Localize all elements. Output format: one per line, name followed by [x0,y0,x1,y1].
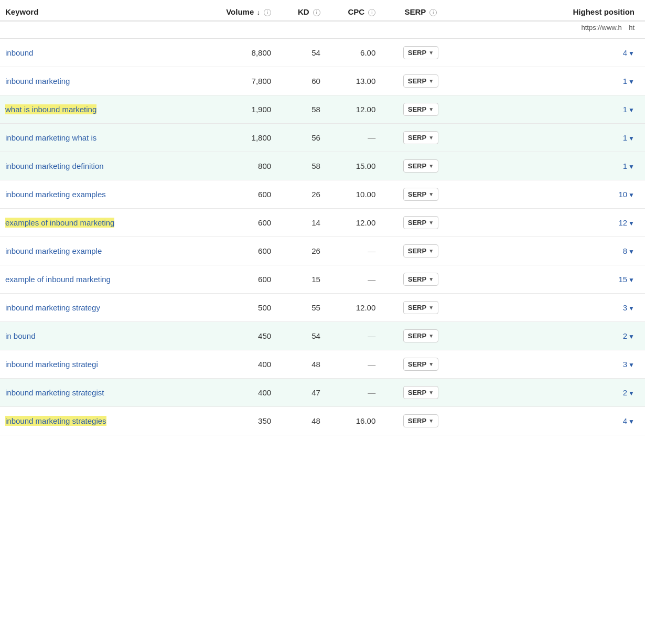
position-value: 3 [623,360,627,369]
table-row: inbound8,800546.00SERP ▼4▼ [0,39,645,67]
table-row: inbound marketing7,8006013.00SERP ▼1▼ [0,67,645,95]
position-value: 2 [623,388,627,397]
keyword-link[interactable]: inbound marketing [5,77,70,85]
keyword-link[interactable]: in bound [5,331,36,340]
position-arrow-icon: ▼ [628,220,635,227]
volume-cell: 350 [197,407,276,435]
position-arrow-icon: ▼ [628,78,635,85]
keyword-header: Keyword [0,0,197,21]
position-cell: 3▼ [461,294,645,322]
cpc-cell: — [326,124,381,152]
position-value: 1 [623,105,627,114]
volume-header[interactable]: Volume ↓ i [197,0,276,21]
position-value: 4 [623,416,627,425]
keyword-link[interactable]: example of inbound marketing [5,275,111,284]
cpc-cell: 12.00 [326,209,381,237]
serp-button[interactable]: SERP ▼ [403,273,438,286]
kd-cell: 47 [276,379,326,407]
serp-button[interactable]: SERP ▼ [403,358,438,371]
serp-header-label: SERP [405,7,426,16]
serp-button[interactable]: SERP ▼ [403,74,438,88]
serp-dropdown-arrow-icon: ▼ [428,305,434,310]
serp-btn-label: SERP [408,219,426,227]
volume-cell: 1,800 [197,124,276,152]
position-cell: 2▼ [461,379,645,407]
serp-button[interactable]: SERP ▼ [403,131,438,144]
position-cell: 3▼ [461,350,645,379]
position-cell: 8▼ [461,237,645,265]
serp-dropdown-arrow-icon: ▼ [428,248,434,254]
position-cell: 2▼ [461,322,645,350]
kd-cell: 60 [276,67,326,95]
serp-cell: SERP ▼ [381,379,460,407]
cpc-info-icon[interactable]: i [368,9,375,16]
serp-cell: SERP ▼ [381,39,460,67]
volume-cell: 7,800 [197,67,276,95]
serp-header[interactable]: SERP i [381,0,460,21]
volume-cell: 400 [197,379,276,407]
serp-button[interactable]: SERP ▼ [403,216,438,229]
keyword-link[interactable]: examples of inbound marketing [5,218,114,228]
cpc-header[interactable]: CPC i [326,0,381,21]
keyword-link[interactable]: what is inbound marketing [5,104,96,114]
serp-dropdown-arrow-icon: ▼ [428,78,434,84]
kd-header[interactable]: KD i [276,0,326,21]
serp-button[interactable]: SERP ▼ [403,159,438,173]
volume-cell: 8,800 [197,39,276,67]
keyword-link[interactable]: inbound marketing strategies [5,416,106,426]
volume-header-label: Volume [226,7,254,16]
kd-cell: 26 [276,237,326,265]
keyword-link[interactable]: inbound marketing example [5,246,102,255]
serp-cell: SERP ▼ [381,322,460,350]
serp-button[interactable]: SERP ▼ [403,414,438,427]
volume-cell: 500 [197,294,276,322]
keyword-link[interactable]: inbound marketing strategy [5,303,100,312]
kd-cell: 58 [276,95,326,124]
table-row: in bound45054—SERP ▼2▼ [0,322,645,350]
serp-button[interactable]: SERP ▼ [403,244,438,257]
table-body: inbound8,800546.00SERP ▼4▼inbound market… [0,39,645,435]
cpc-cell: — [326,237,381,265]
serp-cell: SERP ▼ [381,265,460,294]
keyword-link[interactable]: inbound marketing definition [5,162,104,170]
kd-cell: 54 [276,39,326,67]
keyword-link[interactable]: inbound [5,48,33,57]
keyword-link[interactable]: inbound marketing what is [5,133,96,142]
kd-header-label: KD [298,7,309,16]
serp-button[interactable]: SERP ▼ [403,329,438,342]
serp-info-icon[interactable]: i [429,9,437,16]
table-row: inbound marketing strategy5005512.00SERP… [0,294,645,322]
table-row: examples of inbound marketing6001412.00S… [0,209,645,237]
kd-info-icon[interactable]: i [313,9,320,16]
serp-dropdown-arrow-icon: ▼ [428,50,434,56]
keyword-cell: inbound marketing strategist [0,379,197,407]
position-value: 15 [618,275,627,284]
serp-button[interactable]: SERP ▼ [403,103,438,116]
keyword-link[interactable]: inbound marketing examples [5,190,106,199]
keyword-link[interactable]: inbound marketing strategi [5,360,98,369]
serp-btn-label: SERP [408,389,426,396]
kd-cell: 14 [276,209,326,237]
cpc-header-label: CPC [348,7,364,16]
serp-button[interactable]: SERP ▼ [403,188,438,201]
serp-button[interactable]: SERP ▼ [403,386,438,399]
serp-button[interactable]: SERP ▼ [403,301,438,314]
volume-info-icon[interactable]: i [264,9,271,16]
serp-cell: SERP ▼ [381,124,460,152]
cpc-cell: — [326,379,381,407]
table-row: inbound marketing definition8005815.00SE… [0,152,645,180]
cpc-cell: — [326,322,381,350]
position-value: 10 [618,190,627,199]
keyword-header-label: Keyword [5,7,38,16]
serp-button[interactable]: SERP ▼ [403,46,438,59]
cpc-cell: 13.00 [326,67,381,95]
cpc-cell: — [326,350,381,379]
volume-cell: 800 [197,152,276,180]
keyword-cell: examples of inbound marketing [0,209,197,237]
url-subheader-cell: https://www.h ht [461,21,645,39]
url2-label: ht [629,24,635,31]
keyword-link[interactable]: inbound marketing strategist [5,388,104,397]
cpc-cell: 16.00 [326,407,381,435]
serp-btn-label: SERP [408,49,426,57]
sort-arrow-icon: ↓ [256,8,260,16]
